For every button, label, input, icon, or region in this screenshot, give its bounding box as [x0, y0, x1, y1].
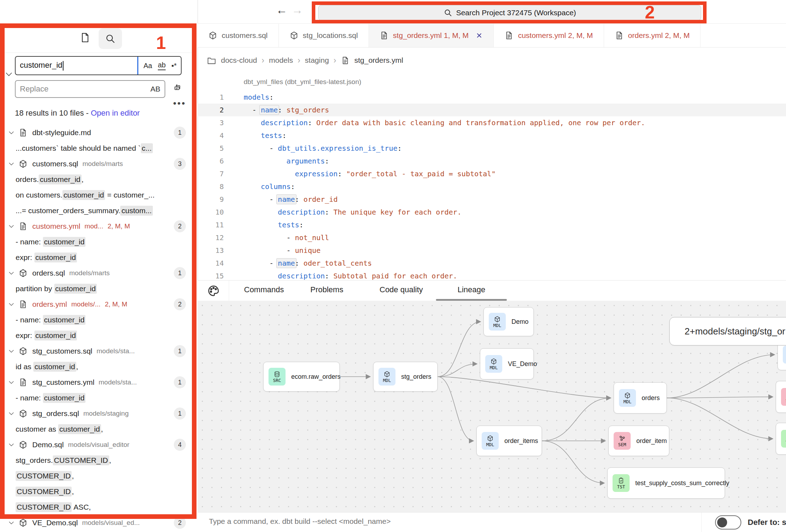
lineage-node-order_items[interactable]: MDLorder_items — [476, 426, 542, 456]
replace-input[interactable]: Replace AB — [15, 80, 165, 98]
search-result-match-row[interactable]: CUSTOMER_ID, — [0, 468, 192, 484]
search-result-file-row[interactable]: orders.ymlmodels/...2, M, M2 — [0, 297, 192, 312]
code-line-13[interactable]: 13 - unique — [198, 244, 786, 257]
search-result-match-row[interactable]: CUSTOMER_ID ASC, — [0, 499, 192, 515]
code-line-1[interactable]: 1models: — [198, 91, 786, 104]
tab-label: stg_orders.yml 1, M, M — [393, 31, 469, 40]
search-result-match-row[interactable]: stg_orders.CUSTOMER_ID, — [0, 453, 192, 468]
panel-tab-code-quality[interactable]: Code quality — [380, 285, 423, 294]
code-line-2[interactable]: 2 - name: stg_orders — [198, 104, 786, 116]
lineage-node-stg_orders[interactable]: MDLstg_orders — [373, 362, 438, 392]
replace-placeholder: Replace — [16, 84, 150, 94]
open-in-editor-link[interactable]: Open in editor — [91, 109, 140, 117]
close-tab-icon[interactable] — [476, 32, 483, 39]
defer-toggle[interactable] — [715, 515, 741, 530]
cube-icon — [494, 316, 501, 323]
code-line-10[interactable]: 10 description: The unique key for each … — [198, 206, 786, 218]
search-result-match-row[interactable]: partition by customer_id — [0, 281, 192, 297]
search-result-file-row[interactable]: customers.ymlmod...2, M, M2 — [0, 218, 192, 234]
tab-stg_orders.yml[interactable]: stg_orders.yml 1, M, M — [369, 24, 494, 47]
search-result-file-row[interactable]: stg_customers.sqlmodels/sta...1 — [0, 343, 192, 359]
panel-tab-lineage[interactable]: Lineage — [458, 285, 485, 294]
code-line-9[interactable]: 9 - name: order_id — [198, 193, 786, 206]
search-result-match-row[interactable]: expr: customer_id — [0, 328, 192, 343]
project-search-bar[interactable]: Search Project 372475 (Workspace) — [318, 5, 701, 21]
tab-orders.yml[interactable]: orders.yml 2, M, M — [604, 24, 701, 47]
doc-icon — [380, 31, 389, 40]
search-result-file-row[interactable]: VE_Demo.sqlmodels/visual_ed...2 — [0, 515, 192, 531]
panel-tab-problems[interactable]: Problems — [310, 285, 343, 294]
code-line-14[interactable]: 14 - name: oder_total_cents — [198, 257, 786, 270]
lineage-node-order_item[interactable]: SEMorder_item — [608, 426, 669, 456]
match-text: ASC, — [72, 503, 91, 511]
command-input[interactable]: Type a command, ex. dbt build --select <… — [209, 517, 391, 526]
search-result-match-row[interactable]: - name: customer_id — [0, 390, 192, 406]
line-number: 6 — [198, 157, 224, 165]
cube-icon — [18, 409, 28, 418]
code-line-4[interactable]: 4 tests: — [198, 129, 786, 142]
lineage-node-test_supply_costs_sum_correctly[interactable]: TSTtest_supply_costs_sum_correctly — [607, 467, 725, 499]
code-line-8[interactable]: 8 columns: — [198, 180, 786, 193]
search-result-match-row[interactable]: CUSTOMER_ID, — [0, 484, 192, 499]
search-result-match-row[interactable]: - name: customer_id — [0, 312, 192, 328]
line-number: 1 — [198, 93, 224, 101]
toggle-replace-chevron-icon[interactable] — [4, 70, 13, 79]
search-result-match-row[interactable]: expr: customer_id — [0, 250, 192, 265]
line-number: 2 — [198, 106, 224, 114]
node-type-badge: MDL — [378, 368, 395, 386]
theme-palette-icon[interactable] — [207, 284, 220, 298]
search-result-match-row[interactable]: orders.customer_id, — [0, 172, 192, 187]
code-line-6[interactable]: 6 arguments: — [198, 155, 786, 167]
match-case-button[interactable]: Aa — [143, 62, 152, 70]
search-result-match-row[interactable]: id as customer_id, — [0, 359, 192, 375]
match-highlight: customer_id — [62, 190, 105, 200]
search-panel-button[interactable] — [99, 28, 122, 49]
search-input[interactable]: customer_id Aa ab ▪* — [15, 56, 182, 75]
code-line-11[interactable]: 11 tests: — [198, 218, 786, 231]
search-result-match-row[interactable]: - name: customer_id — [0, 234, 192, 250]
lineage-collapsed-group[interactable]: 2+models/staging/stg_or — [669, 317, 786, 345]
code-line-7[interactable]: 7 expression: "order_total - tax_paid = … — [198, 167, 786, 180]
regex-button[interactable]: ▪* — [171, 62, 177, 70]
search-result-match-row[interactable]: ...= customer_orders_summary.custom... — [0, 203, 192, 218]
search-result-file-row[interactable]: orders.sqlmodels/marts1 — [0, 265, 192, 281]
lineage-node-sem-stub[interactable]: SEM — [776, 381, 786, 413]
lineage-node-tst-stub[interactable]: TST — [776, 423, 786, 455]
search-result-match-row[interactable]: on customers.customer_id = customer_... — [0, 187, 192, 203]
lineage-node-orders[interactable]: MDLorders — [614, 382, 667, 414]
search-result-match-row[interactable]: customer as customer_id, — [0, 421, 192, 437]
code-editor[interactable]: 1models:2 - name: stg_orders3 descriptio… — [198, 91, 786, 280]
lineage-canvas[interactable]: SRCecom.raw_ordersMDLstg_ordersMDLDemoMD… — [198, 301, 786, 512]
file-explorer-icon[interactable] — [79, 32, 91, 43]
code-line-5[interactable]: 5 - dbt_utils.expression_is_true: — [198, 142, 786, 155]
whole-word-button[interactable]: ab — [158, 61, 166, 70]
lineage-node-Demo[interactable]: MDLDemo — [483, 307, 534, 336]
search-result-file-row[interactable]: stg_orders.sqlmodels/staging1 — [0, 406, 192, 421]
panel-tab-commands[interactable]: Commands — [244, 285, 284, 294]
more-options-button[interactable]: ••• — [173, 98, 186, 109]
search-result-file-row[interactable]: Demo.sqlmodels/visual_editor4 — [0, 437, 192, 453]
breadcrumb-item[interactable]: docs-cloud — [221, 56, 257, 65]
tab-customers.yml[interactable]: customers.yml 2, M, M — [494, 24, 604, 47]
search-result-match-row[interactable]: ...customers` table should be named `c..… — [0, 140, 192, 156]
breadcrumb-item[interactable]: models — [269, 56, 293, 65]
match-highlight: customer_id — [34, 331, 77, 340]
code-line-12[interactable]: 12 - not_null — [198, 231, 786, 244]
lineage-node-ecom.raw_orders[interactable]: SRCecom.raw_orders — [263, 362, 340, 392]
lineage-node-VE_Demo[interactable]: MDLVE_Demo — [480, 348, 534, 379]
code-text: - name: oder_total_cents — [244, 259, 372, 267]
tab-stg_locations.sql[interactable]: stg_locations.sql — [279, 24, 369, 47]
back-arrow-icon[interactable]: ← — [276, 4, 287, 17]
code-line-15[interactable]: 15 description: Subtotal paid for each o… — [198, 270, 786, 280]
tab-customers.sql[interactable]: customers.sql — [198, 24, 279, 47]
node-type-badge: MDL — [783, 346, 786, 364]
search-result-file-row[interactable]: customers.sqlmodels/marts3 — [0, 156, 192, 172]
forward-arrow-icon[interactable]: → — [292, 4, 303, 17]
search-result-file-row[interactable]: dbt-styleguide.md1 — [0, 125, 192, 140]
node-type-badge: MDL — [619, 389, 636, 407]
replace-all-button[interactable] — [173, 82, 182, 91]
code-line-3[interactable]: 3 description: Order data with basic cle… — [198, 116, 786, 129]
search-result-file-row[interactable]: stg_customers.ymlmodels/sta...1 — [0, 375, 192, 390]
preserve-case-button[interactable]: AB — [150, 85, 165, 93]
breadcrumb-item[interactable]: staging — [305, 56, 329, 65]
